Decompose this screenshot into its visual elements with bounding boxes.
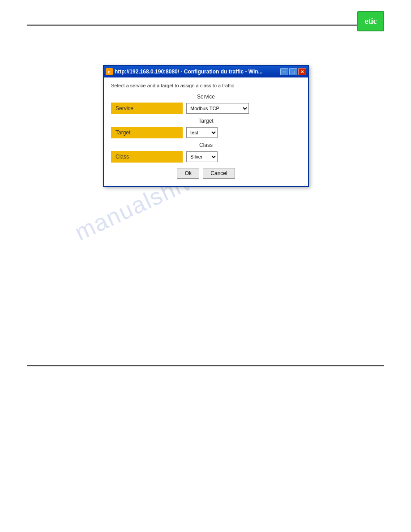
service-select[interactable]: Modbus-TCP HTTP FTP SSH	[186, 103, 249, 114]
logo-box: etic	[357, 11, 384, 31]
target-section-label: Target	[111, 118, 301, 124]
header-line	[27, 25, 384, 26]
button-row: Ok Cancel	[111, 168, 301, 179]
dialog-window: e http://192.168.0.190:8080/ - Configura…	[103, 65, 309, 187]
logo-container: etic	[357, 11, 384, 31]
window-title-left: e http://192.168.0.190:8080/ - Configura…	[106, 68, 263, 75]
service-row: Service Modbus-TCP HTTP FTP SSH	[111, 103, 301, 114]
class-field-label: Class	[111, 151, 183, 163]
ok-button[interactable]: Ok	[177, 168, 199, 179]
window-title-text: http://192.168.0.190:8080/ - Configurati…	[115, 69, 263, 75]
window-content: Select a service and a target to assign …	[104, 77, 308, 186]
target-select[interactable]: test target1 target2	[186, 127, 218, 138]
service-section-label: Service	[111, 94, 301, 100]
logo-text: etic	[365, 17, 377, 26]
window-controls: – □ ✕	[280, 68, 306, 75]
bottom-line	[27, 365, 384, 366]
minimize-button[interactable]: –	[280, 68, 288, 75]
maximize-button[interactable]: □	[289, 68, 297, 75]
close-button[interactable]: ✕	[298, 68, 306, 75]
target-field-label: Target	[111, 127, 183, 138]
window-icon: e	[106, 68, 113, 75]
class-row: Class Silver Gold Bronze	[111, 151, 301, 163]
target-row: Target test target1 target2	[111, 127, 301, 138]
service-field-label: Service	[111, 103, 183, 114]
instruction-text: Select a service and a target to assign …	[111, 83, 301, 88]
class-select[interactable]: Silver Gold Bronze	[186, 151, 218, 162]
window-titlebar: e http://192.168.0.190:8080/ - Configura…	[104, 66, 308, 77]
class-section-label: Class	[111, 142, 301, 148]
cancel-button[interactable]: Cancel	[203, 168, 235, 179]
